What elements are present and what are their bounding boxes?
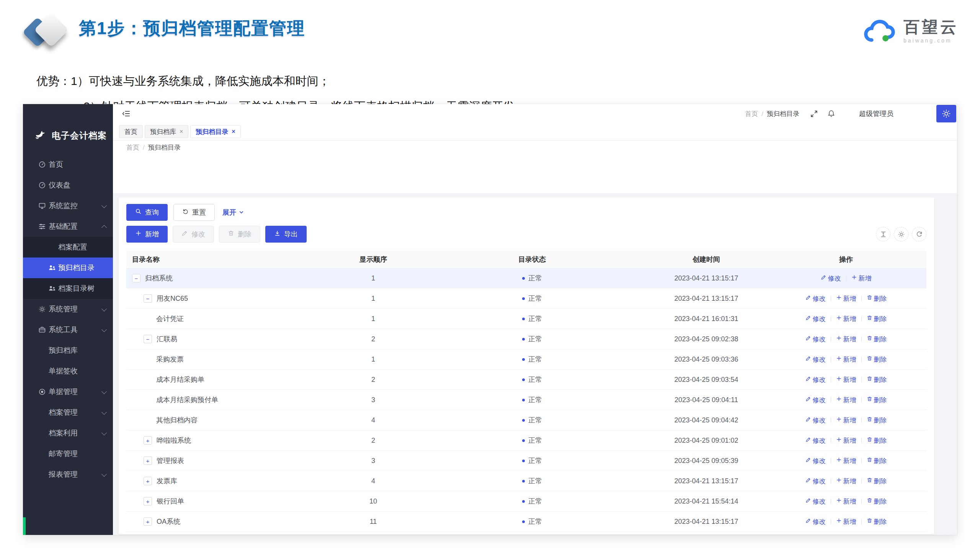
row-remove-link[interactable]: 删除 <box>867 335 887 344</box>
row-remove-link[interactable]: 删除 <box>867 294 887 303</box>
reset-button[interactable]: 重置 <box>173 204 215 221</box>
sidebar-item[interactable]: 预归档库 <box>23 340 113 361</box>
row-modify-link[interactable]: 修改 <box>805 497 826 506</box>
density-icon[interactable] <box>876 227 890 241</box>
delete-button[interactable]: 删除 <box>219 226 260 243</box>
query-button[interactable]: 查询 <box>126 204 168 221</box>
row-modify-link[interactable]: 修改 <box>805 416 826 425</box>
main-area: 首页/预归档目录 超级管理员 首页预归档库×预归档目录× 首页/预归档目录 <box>113 104 957 535</box>
row-modify-link[interactable]: 修改 <box>805 315 826 323</box>
table-row: +银行回单10正常2023-04-21 15:54:14修改新增删除 <box>126 491 926 512</box>
collapse-toggle[interactable]: − <box>132 274 140 282</box>
created-time-cell: 2023-04-21 13:15:17 <box>647 471 766 491</box>
collapse-sidebar-icon[interactable] <box>122 109 131 118</box>
row-modify-link[interactable]: 修改 <box>805 355 826 364</box>
pencil-icon <box>805 437 811 444</box>
sidebar-item[interactable]: 单据签收 <box>23 361 113 381</box>
actions-cell: 修改新增 <box>766 268 926 288</box>
refresh-icon[interactable] <box>912 227 926 241</box>
row-add-link[interactable]: 新增 <box>836 375 856 384</box>
expand-toggle[interactable]: + <box>144 436 152 445</box>
actions-cell: 修改新增删除 <box>766 512 926 531</box>
sidebar-item[interactable]: 系统监控 <box>23 196 113 216</box>
status-text: 正常 <box>528 274 542 283</box>
row-add-link[interactable]: 新增 <box>836 396 856 404</box>
expand-toggle[interactable]: + <box>144 497 152 505</box>
row-modify-link[interactable]: 修改 <box>805 436 826 445</box>
sidebar-item[interactable]: 报表管理 <box>23 464 113 485</box>
row-remove-link[interactable]: 删除 <box>867 517 887 526</box>
plus-icon <box>836 396 842 404</box>
table-header: 目录名称显示顺序目录状态创建时间操作 <box>126 251 926 268</box>
close-icon[interactable]: × <box>232 129 235 135</box>
column-settings-gear-icon[interactable] <box>894 227 908 241</box>
row-add-link[interactable]: 新增 <box>836 436 856 445</box>
green-strip-decoration <box>23 517 26 535</box>
sidebar-item[interactable]: 系统管理 <box>23 299 113 320</box>
row-modify-link[interactable]: 修改 <box>805 375 826 384</box>
collapse-toggle[interactable]: − <box>144 294 152 303</box>
row-add-link[interactable]: 新增 <box>836 335 856 344</box>
tab[interactable]: 首页 <box>119 125 143 138</box>
row-modify-link[interactable]: 修改 <box>805 294 826 303</box>
row-remove-link[interactable]: 删除 <box>867 396 887 404</box>
export-button[interactable]: 导出 <box>265 226 307 243</box>
row-add-link[interactable]: 新增 <box>836 294 856 303</box>
row-add-link[interactable]: 新增 <box>836 517 856 526</box>
row-modify-link[interactable]: 修改 <box>805 477 826 486</box>
sidebar-item[interactable]: 系统工具 <box>23 320 113 340</box>
row-add-link[interactable]: 新增 <box>836 497 856 506</box>
row-remove-link[interactable]: 删除 <box>867 416 887 425</box>
status-dot <box>522 439 525 442</box>
row-add-link[interactable]: 新增 <box>836 416 856 425</box>
sidebar-item-label: 档案利用 <box>49 428 78 438</box>
row-remove-link[interactable]: 删除 <box>867 456 887 465</box>
actions-cell: 修改新增删除 <box>766 370 926 390</box>
sidebar-item[interactable]: 仪表盘 <box>23 175 113 196</box>
row-modify-link[interactable]: 修改 <box>821 274 841 283</box>
row-modify-link[interactable]: 修改 <box>805 396 826 404</box>
tab[interactable]: 预归档目录× <box>190 125 240 138</box>
user-name[interactable]: 超级管理员 <box>859 109 893 118</box>
row-add-link[interactable]: 新增 <box>836 477 856 486</box>
row-add-link[interactable]: 新增 <box>836 456 856 465</box>
row-remove-link[interactable]: 删除 <box>867 436 887 445</box>
table-row: +哗啦啦系统2正常2023-04-25 09:01:02修改新增删除 <box>126 430 926 451</box>
sidebar-item[interactable]: 单据管理 <box>23 381 113 402</box>
trash-icon <box>867 437 872 444</box>
directory-name-cell: −汇联易 <box>126 329 329 349</box>
row-add-link[interactable]: 新增 <box>851 274 872 283</box>
modify-button[interactable]: 修改 <box>173 226 214 243</box>
row-add-link[interactable]: 新增 <box>836 315 856 323</box>
plus-icon <box>836 457 842 465</box>
tab[interactable]: 预归档库× <box>145 125 188 138</box>
row-remove-link[interactable]: 删除 <box>867 375 887 384</box>
row-modify-link[interactable]: 修改 <box>805 335 826 344</box>
row-remove-link[interactable]: 删除 <box>867 477 887 486</box>
sidebar-item[interactable]: 档案目录树 <box>23 278 113 299</box>
close-icon[interactable]: × <box>180 129 183 135</box>
expand-toggle[interactable]: + <box>144 456 152 465</box>
sidebar-item[interactable]: 首页 <box>23 154 113 175</box>
bell-icon[interactable] <box>827 110 835 118</box>
add-button[interactable]: 新增 <box>126 226 168 243</box>
sidebar-item[interactable]: 档案利用 <box>23 423 113 443</box>
created-time-cell: 2023-04-25 09:01:02 <box>647 430 766 450</box>
expand-toggle[interactable]: + <box>144 477 152 485</box>
row-remove-link[interactable]: 删除 <box>867 315 887 323</box>
settings-button[interactable] <box>936 105 956 122</box>
row-remove-link[interactable]: 删除 <box>867 355 887 364</box>
row-modify-link[interactable]: 修改 <box>805 456 826 465</box>
sidebar-item[interactable]: 预归档目录 <box>23 258 113 278</box>
row-add-link[interactable]: 新增 <box>836 355 856 364</box>
sidebar-item[interactable]: 邮寄管理 <box>23 443 113 464</box>
sidebar-item[interactable]: 档案配置 <box>23 237 113 258</box>
row-remove-link[interactable]: 删除 <box>867 497 887 506</box>
fullscreen-icon[interactable] <box>810 110 818 118</box>
sidebar-item[interactable]: 基础配置 <box>23 216 113 237</box>
row-modify-link[interactable]: 修改 <box>805 517 826 526</box>
expand-filters-link[interactable]: 展开 <box>222 208 244 217</box>
expand-toggle[interactable]: + <box>144 517 152 526</box>
sidebar-item[interactable]: 档案管理 <box>23 402 113 423</box>
collapse-toggle[interactable]: − <box>144 335 152 343</box>
